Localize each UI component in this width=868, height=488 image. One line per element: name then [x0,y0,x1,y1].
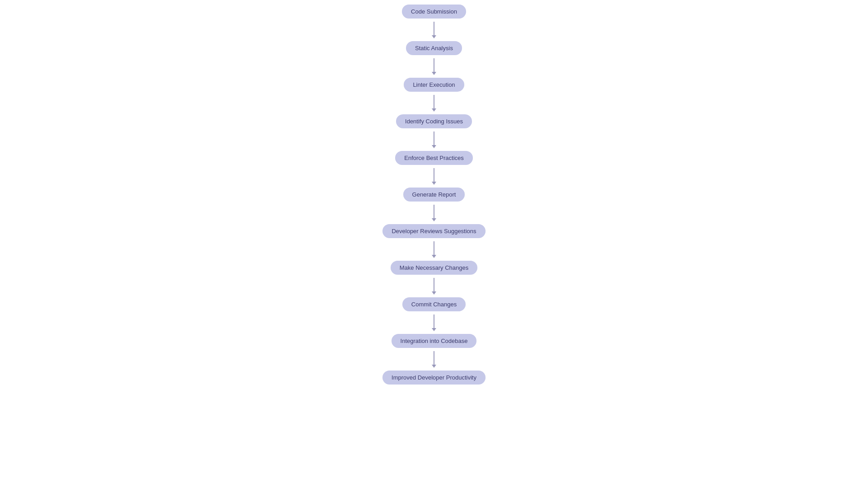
node-static-analysis: Static Analysis [406,41,462,55]
connector-6 [432,238,436,261]
connector-line-9 [434,351,434,365]
connector-3 [432,128,436,151]
connector-arrow-4 [432,182,436,185]
connector-arrow-7 [432,291,436,295]
connector-5 [432,202,436,224]
node-developer-reviews-suggestions: Developer Reviews Suggestions [382,224,485,238]
node-make-necessary-changes: Make Necessary Changes [391,261,477,275]
node-improved-developer-productivity: Improved Developer Productivity [382,371,486,385]
connector-line-3 [434,131,434,145]
connector-arrow-9 [432,365,436,368]
connector-line-4 [434,168,434,182]
connector-7 [432,275,436,297]
node-linter-execution: Linter Execution [404,78,464,92]
connector-arrow-1 [432,72,436,75]
connector-arrow-8 [432,328,436,331]
connector-line-5 [434,205,434,218]
node-commit-changes: Commit Changes [402,297,466,311]
connector-line-1 [434,58,434,72]
connector-0 [432,19,436,41]
connector-1 [432,55,436,78]
node-integration-into-codebase: Integration into Codebase [392,334,477,348]
connector-4 [432,165,436,188]
connector-line-8 [434,314,434,328]
connector-arrow-2 [432,108,436,112]
connector-2 [432,92,436,114]
node-enforce-best-practices: Enforce Best Practices [395,151,473,165]
connector-9 [432,348,436,371]
connector-arrow-6 [432,255,436,258]
connector-line-6 [434,241,434,255]
flowchart-container: Code SubmissionStatic AnalysisLinter Exe… [0,0,868,385]
node-generate-report: Generate Report [403,188,465,202]
connector-arrow-5 [432,218,436,221]
connector-arrow-0 [432,35,436,38]
connector-line-2 [434,95,434,108]
node-code-submission: Code Submission [402,5,466,19]
connector-line-0 [434,22,434,35]
connector-arrow-3 [432,145,436,148]
connector-line-7 [434,278,434,291]
node-identify-coding-issues: Identify Coding Issues [396,114,472,128]
connector-8 [432,311,436,334]
